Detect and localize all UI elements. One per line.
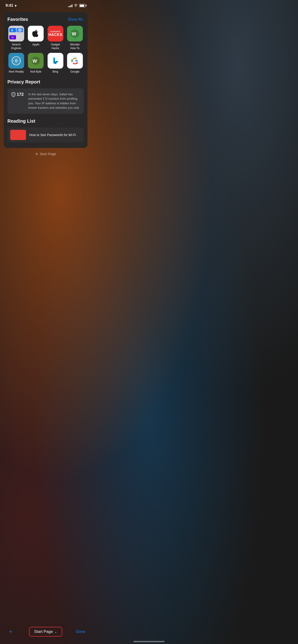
reading-list-item[interactable]: How to See Passwords for Wi-Fi xyxy=(8,128,84,142)
next-reality-label: Next Reality xyxy=(9,70,24,74)
bing-label: Bing xyxy=(53,70,58,74)
search-engines-label: SearchEngines xyxy=(11,43,21,50)
favorite-apple[interactable]: Apple xyxy=(27,26,45,50)
privacy-description: In the last seven days, Safari has preve… xyxy=(28,92,80,110)
start-page-card: Favorites Show All › b xyxy=(4,12,88,148)
chevron-right-icon: › xyxy=(83,18,84,21)
tracker-count: 172 xyxy=(17,92,24,97)
svg-text:Y!: Y! xyxy=(11,36,14,39)
favorite-bing[interactable]: Bing xyxy=(47,53,64,74)
privacy-shield-count: 172 xyxy=(11,92,25,97)
svg-point-0 xyxy=(75,6,76,7)
search-engines-icon: b Y! xyxy=(8,26,24,42)
bing-svg xyxy=(50,56,61,66)
favorites-section-header: Favorites Show All › xyxy=(8,17,84,22)
gadget-hacks-label: GadgetHacks xyxy=(51,43,60,50)
favorite-google[interactable]: Google xyxy=(66,53,84,74)
favorite-gadget-hacks[interactable]: GADGET HACKS GadgetHacks xyxy=(47,26,64,50)
privacy-report-title: Privacy Report xyxy=(8,79,40,84)
apple-label: Apple xyxy=(32,43,40,46)
null-byte-label: Null Byte xyxy=(30,70,41,74)
next-reality-svg xyxy=(11,55,22,66)
favorite-search-engines[interactable]: b Y! S xyxy=(8,26,25,50)
google-icon xyxy=(67,53,83,68)
google-label: Google xyxy=(71,70,80,74)
shield-icon xyxy=(11,92,16,97)
signal-icon xyxy=(68,4,72,7)
battery-icon xyxy=(79,4,86,7)
null-byte-svg: W xyxy=(31,56,41,66)
gadget-hacks-icon: GADGET HACKS xyxy=(48,26,63,42)
svg-text:W: W xyxy=(72,31,76,36)
null-byte-icon: W xyxy=(28,53,44,68)
svg-point-8 xyxy=(16,60,17,62)
show-all-label: Show All xyxy=(68,18,82,22)
privacy-report-section: Privacy Report 172 In the last seven day… xyxy=(8,79,84,114)
show-all-button[interactable]: Show All › xyxy=(68,18,84,22)
status-bar: 9:41 xyxy=(0,0,91,10)
status-icons xyxy=(68,4,86,7)
star-icon: ★ xyxy=(35,152,38,156)
svg-text:W: W xyxy=(33,58,37,64)
privacy-report-header: Privacy Report xyxy=(8,79,84,84)
location-arrow-icon xyxy=(15,4,18,7)
apple-logo-svg xyxy=(31,28,41,39)
privacy-report-card[interactable]: 172 In the last seven days, Safari has p… xyxy=(8,88,84,114)
favorite-wonder-how-to[interactable]: W WonderHow To xyxy=(66,26,84,50)
content-area: Favorites Show All › b xyxy=(0,10,91,156)
apple-icon xyxy=(28,26,44,42)
favorite-next-reality[interactable]: Next Reality xyxy=(8,53,25,74)
status-time: 9:41 xyxy=(6,3,13,8)
reading-thumbnail xyxy=(10,130,26,140)
wonder-how-to-icon: W xyxy=(67,26,83,42)
favorites-title: Favorites xyxy=(8,17,28,22)
reading-item-title: How to See Passwords for Wi-Fi xyxy=(29,133,76,137)
start-page-indicator: ★ Start Page xyxy=(35,152,56,156)
favorites-grid: b Y! S xyxy=(8,26,84,74)
svg-text:b: b xyxy=(11,28,13,32)
reading-list-header: Reading List xyxy=(8,118,84,124)
wifi-icon xyxy=(74,4,78,7)
start-page-indicator-label: Start Page xyxy=(40,152,56,156)
wonder-how-to-label: WonderHow To xyxy=(70,43,80,50)
bing-icon xyxy=(48,53,63,68)
wonder-w-svg: W xyxy=(70,28,80,39)
reading-list-title: Reading List xyxy=(8,118,35,124)
reading-list-section: Reading List How to See Passwords for Wi… xyxy=(8,118,84,142)
google-svg xyxy=(70,56,80,65)
favorite-null-byte[interactable]: W Null Byte xyxy=(27,53,45,74)
next-reality-icon xyxy=(8,53,24,68)
